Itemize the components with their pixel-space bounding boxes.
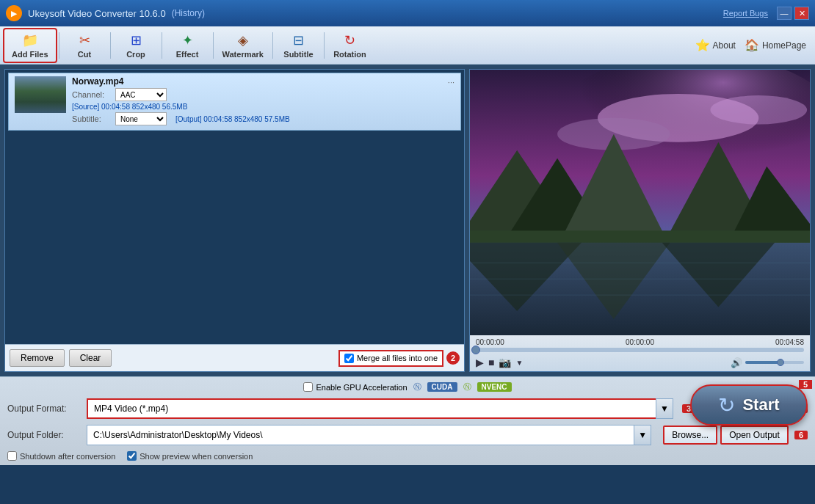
toolbar-effect[interactable]: ✦ Effect bbox=[164, 28, 211, 63]
channel-label: Channel: bbox=[72, 90, 112, 99]
close-button[interactable]: ✕ bbox=[794, 7, 809, 20]
output-folder-label: Output Folder: bbox=[7, 430, 81, 440]
clear-button[interactable]: Clear bbox=[69, 349, 112, 367]
homepage-icon: 🏠 bbox=[745, 38, 759, 52]
gpu-checkbox-wrap[interactable]: Enable GPU Acceleration bbox=[303, 382, 407, 392]
title-bar: ▶ Ukeysoft Video Converter 10.6.0 (Histo… bbox=[0, 0, 815, 26]
merge-checkbox-wrap[interactable]: Merge all files into one bbox=[338, 350, 443, 367]
gpu-label: Enable GPU Acceleration bbox=[316, 383, 407, 392]
crop-label: Crop bbox=[126, 50, 145, 59]
toolbar-about[interactable]: ⭐ About bbox=[695, 38, 736, 52]
minimize-button[interactable]: — bbox=[777, 7, 792, 20]
volume-fill bbox=[745, 361, 780, 364]
gpu-checkbox[interactable] bbox=[303, 382, 313, 392]
preview-controls: 00:00:00 00:00:00 00:04:58 ▶ ■ 📷 ▼ 🔊 bbox=[470, 335, 810, 371]
channel-select[interactable]: AACAC3MP3 bbox=[115, 88, 167, 101]
app-title: Ukeysoft Video Converter 10.6.0 bbox=[28, 8, 166, 19]
homepage-label: HomePage bbox=[762, 40, 806, 51]
start-badge: 5 bbox=[799, 380, 812, 389]
progress-bar[interactable] bbox=[476, 348, 804, 352]
merge-checkbox[interactable] bbox=[344, 354, 354, 363]
subtitle-icon: ⊟ bbox=[293, 32, 304, 48]
nvenc-badge: NVENC bbox=[477, 382, 512, 392]
browse-button[interactable]: Browse... bbox=[663, 426, 717, 445]
time-start: 00:00:00 bbox=[476, 338, 504, 346]
shutdown-label: Shutdown after conversion bbox=[20, 452, 115, 461]
svg-point-4 bbox=[710, 95, 807, 124]
nvidia-cuda-icon: Ⓝ bbox=[413, 381, 421, 392]
progress-handle[interactable] bbox=[471, 346, 480, 354]
toolbar-rotation[interactable]: ↻ Rotation bbox=[326, 28, 374, 63]
toolbar-add-files[interactable]: 📁 Add Files bbox=[3, 28, 57, 63]
toolbar-subtitle[interactable]: ⊟ Subtitle bbox=[275, 28, 322, 63]
dropdown-icon[interactable]: ▼ bbox=[515, 359, 523, 367]
rotation-icon: ↻ bbox=[344, 32, 355, 48]
volume-bar[interactable] bbox=[745, 361, 804, 364]
toolbar-watermark[interactable]: ◈ Watermark bbox=[215, 28, 271, 63]
source-info: [Source] 00:04:58 852x480 56.5MB bbox=[72, 103, 187, 111]
start-icon: ↻ bbox=[718, 393, 735, 417]
shutdown-checkbox-wrap[interactable]: Shutdown after conversion bbox=[7, 451, 115, 461]
toolbar-cut[interactable]: ✂ Cut bbox=[61, 28, 109, 63]
format-select-arrow[interactable]: ▼ bbox=[656, 398, 673, 419]
add-files-icon: 📁 bbox=[22, 32, 38, 48]
watermark-icon: ◈ bbox=[238, 32, 248, 48]
nvidia-nvenc-icon: Ⓝ bbox=[463, 381, 471, 392]
subtitle-label: Subtitle: bbox=[72, 114, 112, 123]
toolbar: 📁 Add Files ✂ Cut ⊞ Crop ✦ Effect ◈ Wate… bbox=[0, 26, 815, 65]
report-bugs-link[interactable]: Report Bugs bbox=[723, 9, 768, 18]
volume-handle[interactable] bbox=[777, 359, 784, 366]
file-more-btn[interactable]: ··· bbox=[448, 78, 454, 87]
app-logo: ▶ bbox=[6, 5, 22, 21]
cut-icon: ✂ bbox=[79, 32, 90, 48]
file-list-bottom: Remove Clear Merge all files into one 2 bbox=[5, 344, 464, 371]
shutdown-checkbox[interactable] bbox=[7, 451, 17, 461]
time-mid: 00:00:00 bbox=[626, 338, 654, 346]
file-list-panel: Norway.mp4 ··· Channel: AACAC3MP3 [Sourc… bbox=[4, 69, 465, 372]
add-files-label: Add Files bbox=[12, 50, 48, 59]
about-label: About bbox=[713, 40, 736, 51]
remove-button[interactable]: Remove bbox=[10, 349, 65, 367]
cut-label: Cut bbox=[78, 50, 91, 59]
file-thumbnail bbox=[15, 76, 66, 113]
output-info: [Output] 00:04:58 852x480 57.5MB bbox=[175, 115, 290, 123]
cuda-badge: CUDA bbox=[427, 382, 457, 392]
subtitle-select[interactable]: NoneTrack 1 bbox=[115, 112, 167, 125]
time-end: 00:04:58 bbox=[775, 338, 804, 346]
about-icon: ⭐ bbox=[695, 38, 710, 52]
toolbar-crop[interactable]: ⊞ Crop bbox=[112, 28, 160, 63]
effect-label: Effect bbox=[176, 50, 199, 59]
crop-icon: ⊞ bbox=[131, 32, 142, 48]
watermark-label: Watermark bbox=[222, 50, 264, 59]
main-content: Norway.mp4 ··· Channel: AACAC3MP3 [Sourc… bbox=[0, 65, 815, 376]
preview-video bbox=[470, 70, 810, 335]
output-folder-select[interactable]: C:\Users\Administrator\Desktop\My Videos… bbox=[87, 425, 651, 445]
stop-button[interactable]: ■ bbox=[488, 357, 494, 368]
volume-icon[interactable]: 🔊 bbox=[731, 357, 742, 368]
file-name: Norway.mp4 bbox=[72, 76, 123, 87]
settings-area: Enable GPU Acceleration Ⓝ CUDA Ⓝ NVENC O… bbox=[0, 376, 815, 465]
open-output-button[interactable]: Open Output bbox=[720, 426, 789, 445]
rotation-label: Rotation bbox=[333, 50, 366, 59]
output-format-label: Output Format: bbox=[7, 403, 81, 414]
preview-checkbox-wrap[interactable]: Show preview when conversion bbox=[127, 451, 253, 461]
toolbar-homepage[interactable]: 🏠 HomePage bbox=[745, 38, 806, 52]
preview-label: Show preview when conversion bbox=[140, 452, 253, 461]
preview-checkbox[interactable] bbox=[127, 451, 137, 461]
app-history: (History) bbox=[172, 8, 205, 18]
start-button[interactable]: ↻ Start 5 bbox=[690, 384, 808, 426]
output-format-select[interactable]: MP4 Video (*.mp4) bbox=[87, 398, 673, 419]
start-label: Start bbox=[742, 395, 779, 414]
merge-label: Merge all files into one bbox=[357, 354, 438, 362]
subtitle-label: Subtitle bbox=[283, 50, 313, 59]
folder-select-arrow[interactable]: ▼ bbox=[634, 425, 651, 445]
merge-badge: 2 bbox=[446, 351, 460, 365]
effect-icon: ✦ bbox=[182, 32, 193, 48]
camera-button[interactable]: 📷 bbox=[499, 357, 511, 368]
preview-panel: 00:00:00 00:00:00 00:04:58 ▶ ■ 📷 ▼ 🔊 bbox=[469, 69, 811, 372]
folder-badge: 6 bbox=[794, 431, 808, 439]
play-button[interactable]: ▶ bbox=[476, 357, 484, 368]
